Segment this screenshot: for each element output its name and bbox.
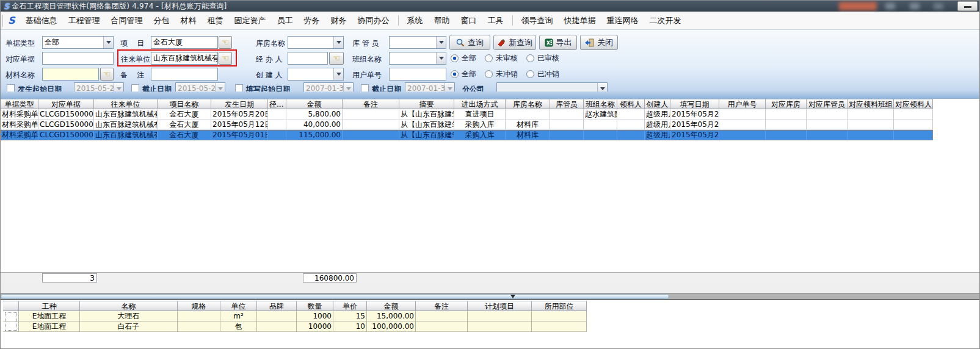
doc-type-combo[interactable]: 全部 [42, 36, 114, 49]
table-cell [468, 322, 532, 332]
chevron-down-icon[interactable] [333, 37, 343, 48]
menu-item[interactable]: 租赁 [202, 13, 229, 29]
user-doc-input[interactable] [389, 68, 446, 81]
column-header[interactable]: 备注 [416, 301, 468, 311]
column-header[interactable]: 名称 [80, 301, 178, 311]
menu-item[interactable]: 员工 [272, 13, 299, 29]
column-header[interactable]: 领料人 [617, 99, 645, 109]
material-picker-hand-icon[interactable] [100, 68, 114, 81]
column-header[interactable]: 品牌 [257, 301, 297, 311]
project-input[interactable]: 金石大厦 [151, 36, 218, 49]
menu-item[interactable]: 重连网络 [601, 13, 644, 29]
chevron-down-icon[interactable] [436, 52, 446, 64]
column-header[interactable]: 单位 [220, 301, 257, 311]
scrollbar-thumb[interactable] [1, 294, 669, 299]
handler-picker-hand-icon[interactable] [329, 52, 344, 65]
remark-input[interactable] [151, 68, 218, 81]
table-row[interactable]: 材料采购单CLCGD150000005山东百脉建筑机械有限金石大厦2015年05… [1, 130, 933, 140]
radio-option[interactable]: 未冲销 [485, 69, 518, 79]
close-button[interactable]: 关闭 [580, 35, 618, 50]
column-header[interactable]: 工种 [19, 301, 80, 311]
menu-item[interactable]: 系统 [402, 13, 429, 29]
table-row[interactable]: E地面工程大理石m²10001515,000.00 [3, 311, 587, 322]
horizontal-splitter[interactable] [1, 293, 979, 300]
column-header[interactable]: 金额 [286, 99, 343, 109]
column-header[interactable]: 库管员 [550, 99, 584, 109]
menu-item[interactable]: 财务 [325, 13, 352, 29]
radio-icon[interactable] [451, 70, 459, 78]
column-header[interactable]: 填写日期 [670, 99, 719, 109]
column-header[interactable]: 进出场方式 [454, 99, 506, 109]
column-header[interactable]: 对应库管员 [807, 99, 848, 109]
radio-option[interactable]: 全部 [451, 53, 476, 63]
column-header[interactable]: 对应领料人 [894, 99, 933, 109]
warehouse-combo[interactable] [288, 36, 344, 49]
column-header[interactable]: 径... / [268, 99, 286, 109]
menu-item[interactable]: 快捷单据 [559, 13, 601, 29]
menu-item[interactable]: 协同办公 [352, 13, 395, 29]
column-header[interactable]: 库房名称 [506, 99, 550, 109]
menu-item[interactable]: 帮助 [429, 13, 456, 29]
column-header[interactable]: 单据类型 [1, 99, 38, 109]
column-header[interactable]: 项目名称 [158, 99, 211, 109]
splitter-collapse-icon[interactable] [510, 295, 515, 298]
menu-item[interactable]: 合同管理 [106, 13, 148, 29]
radio-option[interactable]: 已冲销 [526, 69, 559, 79]
table-row[interactable]: 材料采购单CLCGD150000004山东百脉建筑机械有限金石大厦2015年05… [1, 120, 933, 130]
column-header[interactable]: 规格 [178, 301, 220, 311]
radio-option[interactable]: 已审核 [526, 53, 559, 63]
toolbar-grip[interactable] [2, 15, 4, 27]
column-header[interactable]: 备注 [343, 99, 399, 109]
creator-combo[interactable] [288, 68, 344, 81]
column-header[interactable]: 发生日期 [211, 99, 268, 109]
minimize-button[interactable] [957, 1, 978, 11]
table-row[interactable]: 材料采购单CLCGD150000001山东百脉建筑机械有限金石大厦2015年05… [1, 109, 933, 120]
material-input[interactable] [42, 68, 99, 81]
chevron-down-icon[interactable] [333, 68, 343, 80]
partner-input[interactable]: 山东百脉建筑机械有限 [151, 52, 218, 65]
radio-icon[interactable] [526, 70, 534, 78]
new-query-button[interactable]: 新查询 [493, 35, 536, 50]
chevron-down-icon[interactable] [436, 37, 446, 48]
menu-item[interactable]: 工程管理 [63, 13, 106, 29]
column-header[interactable]: 用户单号 [719, 99, 766, 109]
project-picker-hand-icon[interactable] [219, 36, 232, 49]
menu-item[interactable]: 领导查询 [516, 13, 559, 29]
column-header[interactable]: 计划项目 [468, 301, 532, 311]
menu-item[interactable]: 基础信息 [20, 13, 63, 29]
radio-icon[interactable] [451, 54, 459, 62]
radio-icon[interactable] [485, 70, 493, 78]
radio-option[interactable]: 未审核 [485, 53, 518, 63]
menu-item[interactable]: 材料 [175, 13, 202, 29]
column-header[interactable]: 往来单位 [94, 99, 158, 109]
excel-icon [545, 38, 553, 47]
handler-input[interactable] [288, 52, 328, 65]
radio-icon[interactable] [485, 54, 493, 62]
column-header[interactable]: 对应领料班组 [848, 99, 894, 109]
column-header[interactable]: 摘要 [399, 99, 454, 109]
menu-item[interactable]: 窗口 [456, 13, 482, 29]
chevron-down-icon[interactable] [103, 37, 113, 48]
keeper-combo[interactable] [389, 36, 446, 49]
column-header[interactable]: 班组名称 [584, 99, 617, 109]
menu-item[interactable]: 固定资产 [229, 13, 272, 29]
column-header[interactable]: 所用部位 [532, 301, 587, 311]
menu-item[interactable]: 分包 [148, 13, 175, 29]
column-header[interactable]: 单价 [333, 301, 367, 311]
column-header[interactable]: 对应库房 [766, 99, 807, 109]
column-header[interactable]: 数量 [297, 301, 333, 311]
column-header[interactable]: 对应单据 [38, 99, 94, 109]
column-header[interactable]: 创建人 [645, 99, 670, 109]
query-button[interactable]: 查询 [449, 35, 490, 50]
radio-icon[interactable] [526, 54, 534, 62]
column-header[interactable]: 金额 [367, 301, 416, 311]
radio-option[interactable]: 全部 [451, 69, 476, 79]
team-combo[interactable] [389, 52, 446, 65]
export-button[interactable]: 导出 [539, 35, 577, 50]
menu-item[interactable]: 工具 [482, 13, 509, 29]
menu-item[interactable]: 二次开发 [644, 13, 687, 29]
counter-doc-input[interactable] [42, 52, 114, 65]
partner-picker-hand-icon[interactable] [219, 52, 232, 65]
menu-item[interactable]: 劳务 [299, 13, 325, 29]
table-row[interactable]: E地面工程白石子包1000010100,000.00 [3, 322, 587, 332]
